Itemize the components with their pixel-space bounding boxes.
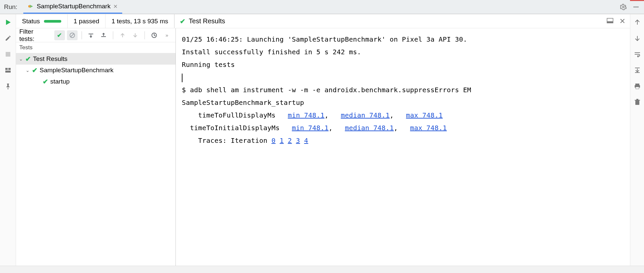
tests-tree[interactable]: ⌄ ✔ Test Results ⌄ ✔ SampleStartupBenchm… [16,53,175,266]
console-line: Running tests [182,61,235,69]
right-action-gutter [630,14,644,266]
svg-rect-7 [8,68,11,70]
metric-label: timeToInitialDisplayMs [182,124,292,132]
run-config-tab-label: SampleStartupBenchmark [37,3,111,10]
top-red-indicator [630,0,644,1]
tree-header: Tests [16,42,175,53]
show-passed-toggle[interactable]: ✔ [54,30,65,40]
test-history-button[interactable] [149,30,160,40]
tests-summary-label: 1 tests, 13 s 935 ms [112,18,168,25]
svg-rect-1 [28,5,30,7]
soft-wrap-icon[interactable] [607,18,613,25]
bottom-status-bar [0,266,644,273]
passed-count-label: 1 passed [74,18,99,25]
clear-all-icon[interactable] [633,98,642,107]
status-bar: Status 1 passed 1 tests, 13 s 935 ms ✔ T… [16,14,630,28]
run-config-icon [28,3,34,9]
traces-label: Traces: Iteration [182,136,271,144]
close-panel-icon[interactable]: ✕ [619,17,625,26]
next-failed-button[interactable] [130,30,141,40]
status-label: Status [22,18,40,25]
benchmark-name: SampleStartupBenchmark_startup [182,99,304,107]
results-title: Test Results [189,17,225,25]
check-icon: ✔ [180,17,185,25]
svg-rect-22 [635,100,640,101]
svg-rect-10 [607,21,613,23]
svg-rect-21 [635,101,639,105]
console-line: 01/25 16:46:25: Launching 'SampleStartup… [182,35,467,43]
svg-point-2 [623,6,624,8]
scroll-down-icon[interactable] [633,34,642,43]
svg-marker-4 [6,20,11,25]
chevron-down-icon: ⌄ [25,68,30,73]
svg-line-12 [71,34,74,37]
minimize-icon[interactable] [633,4,639,10]
trace-link[interactable]: 2 [288,136,292,144]
svg-rect-18 [635,84,639,85]
scroll-up-icon[interactable] [633,18,642,27]
svg-rect-20 [636,87,639,89]
run-config-tab[interactable]: SampleStartupBenchmark ✕ [23,0,122,14]
scroll-to-end-toggle[interactable] [633,66,642,75]
tree-root-row[interactable]: ⌄ ✔ Test Results [16,53,175,65]
run-tool-window-tabbar: Run: SampleStartupBenchmark ✕ [0,0,644,14]
gear-icon[interactable] [620,4,627,10]
tests-tree-pane: Filter tests: ✔ [16,28,176,266]
center-area: Status 1 passed 1 tests, 13 s 935 ms ✔ T… [16,14,630,266]
show-ignored-toggle[interactable] [67,30,78,40]
stop-button[interactable] [3,50,13,59]
svg-rect-6 [5,68,8,70]
trace-link[interactable]: 4 [304,136,308,144]
filter-toolbar: Filter tests: ✔ [16,28,175,42]
pin-button[interactable] [3,82,13,91]
text-cursor [182,74,182,82]
svg-rect-8 [5,71,11,73]
soft-wrap-toggle[interactable] [633,50,642,59]
metric-min-link[interactable]: min 748.1 [288,111,324,119]
metric-label: timeToFullDisplayMs [182,111,288,119]
tree-class-row[interactable]: ⌄ ✔ SampleStartupBenchmark [16,65,175,76]
check-icon: ✔ [25,55,31,63]
close-icon[interactable]: ✕ [113,3,118,10]
metric-median-link[interactable]: median 748.1 [345,124,394,132]
console-output[interactable]: 01/25 16:46:25: Launching 'SampleStartup… [176,28,630,266]
collapse-all-button[interactable] [98,30,109,40]
filter-label: Filter tests: [19,28,52,43]
expand-all-button[interactable] [86,30,97,40]
metric-median-link[interactable]: median 748.1 [341,111,390,119]
edit-config-button[interactable] [3,34,13,43]
console-line: $ adb shell am instrument -w -m -e andro… [182,86,471,94]
metric-min-link[interactable]: min 748.1 [292,124,329,132]
metric-max-link[interactable]: max 748.1 [406,111,443,119]
metric-max-link[interactable]: max 748.1 [410,124,447,132]
tree-test-label: startup [50,78,70,85]
check-icon: ✔ [32,66,38,74]
svg-rect-3 [633,7,639,7]
tree-root-label: Test Results [33,55,67,63]
trace-link[interactable]: 3 [296,136,300,144]
trace-link[interactable]: 1 [280,136,284,144]
tree-test-row[interactable]: · ✔ startup [16,76,175,87]
run-label: Run: [0,3,23,11]
main-row: Status 1 passed 1 tests, 13 s 935 ms ✔ T… [0,14,644,266]
rerun-button[interactable] [3,18,13,27]
layout-button[interactable] [3,66,13,75]
left-action-gutter [0,14,16,266]
tree-class-label: SampleStartupBenchmark [40,67,114,74]
console-line: Install successfully finished in 5 s 242… [182,48,361,56]
prev-failed-button[interactable] [117,30,128,40]
svg-rect-23 [636,99,638,100]
trace-link[interactable]: 0 [271,136,275,144]
status-progress-bar [44,20,61,23]
more-tools-button[interactable]: » [161,30,172,40]
chevron-down-icon: ⌄ [19,56,23,62]
print-icon[interactable] [633,82,642,91]
svg-rect-5 [6,52,10,57]
split-pane: Filter tests: ✔ [16,28,630,266]
check-icon: ✔ [43,78,48,86]
